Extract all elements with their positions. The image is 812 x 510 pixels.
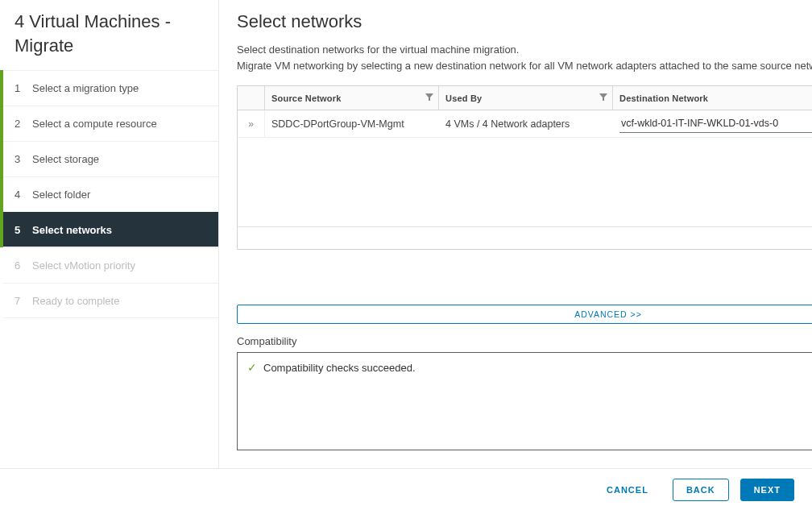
cell-used-by: 4 VMs / 4 Network adapters [439, 110, 613, 137]
cancel-button[interactable]: CANCEL [594, 479, 661, 500]
compatibility-message: Compatibility checks succeeded. [263, 362, 416, 374]
step-2-compute-resource[interactable]: 2 Select a compute resource [3, 106, 218, 141]
header-destination-network[interactable]: Destination Network [613, 86, 812, 110]
advanced-button[interactable]: ADVANCED >> [237, 305, 812, 324]
step-label: Select a compute resource [32, 118, 157, 130]
step-6-vmotion-priority: 6 Select vMotion priority [3, 247, 218, 283]
step-7-ready-to-complete: 7 Ready to complete [3, 283, 218, 318]
step-label: Select storage [32, 153, 99, 165]
step-number: 6 [14, 259, 32, 272]
row-expand-toggle[interactable]: » [238, 110, 265, 137]
step-number: 7 [14, 295, 32, 307]
step-label: Select a migration type [32, 82, 139, 94]
step-3-storage[interactable]: 3 Select storage [3, 141, 218, 176]
cell-destination-network[interactable] [613, 110, 812, 137]
step-1-migration-type[interactable]: 1 Select a migration type [3, 70, 218, 106]
cell-source-network: SDDC-DPortGroup-VM-Mgmt [265, 110, 439, 137]
step-number: 3 [14, 153, 32, 165]
wizard-sidebar: 4 Virtual Machines - Migrate 1 Select a … [0, 0, 219, 510]
table-row[interactable]: » SDDC-DPortGroup-VM-Mgmt 4 VMs / 4 Netw… [238, 110, 812, 138]
header-source-network[interactable]: Source Network [265, 86, 439, 110]
check-icon: ✓ [247, 361, 257, 374]
table-footer: 1 item [238, 226, 812, 249]
wizard-footer: CANCEL BACK NEXT [0, 468, 812, 510]
step-4-folder[interactable]: 4 Select folder [3, 176, 218, 212]
step-label: Select vMotion priority [32, 259, 135, 272]
chevron-right-icon: » [248, 118, 254, 130]
description-line-2: Migrate VM networking by selecting a new… [237, 58, 812, 74]
table-header: Source Network Used By Destination Netwo… [238, 86, 812, 110]
header-label: Used By [445, 93, 482, 103]
compatibility-section: Compatibility ✓ Compatibility checks suc… [237, 335, 812, 450]
header-label: Source Network [271, 93, 342, 103]
wizard-title: 4 Virtual Machines - Migrate [0, 10, 218, 65]
filter-icon[interactable] [425, 93, 433, 103]
header-used-by[interactable]: Used By [439, 86, 613, 110]
compatibility-box: ✓ Compatibility checks succeeded. [237, 352, 812, 450]
table-body-scroll[interactable]: » SDDC-DPortGroup-VM-Mgmt 4 VMs / 4 Netw… [238, 110, 812, 226]
step-number: 5 [14, 224, 32, 236]
step-5-networks[interactable]: 5 Select networks [3, 212, 218, 247]
description-line-1: Select destination networks for the virt… [237, 42, 812, 58]
header-label: Destination Network [619, 93, 708, 103]
step-number: 2 [14, 118, 32, 130]
step-number: 4 [14, 189, 32, 201]
step-label: Select folder [32, 189, 90, 201]
compatibility-status: ✓ Compatibility checks succeeded. [247, 361, 812, 374]
header-expand [238, 86, 265, 110]
next-button[interactable]: NEXT [740, 479, 794, 501]
page-title: Select networks [237, 11, 812, 32]
destination-network-input[interactable] [619, 114, 812, 133]
wizard-main: Select networks Select destination netwo… [219, 0, 812, 510]
page-description: Select destination networks for the virt… [237, 42, 812, 74]
networks-table: Source Network Used By Destination Netwo… [237, 85, 812, 250]
filter-icon[interactable] [599, 93, 607, 103]
back-button[interactable]: BACK [673, 479, 729, 501]
compatibility-label: Compatibility [237, 335, 812, 347]
step-label: Ready to complete [32, 295, 119, 307]
step-number: 1 [14, 82, 32, 94]
step-label: Select networks [32, 224, 112, 236]
